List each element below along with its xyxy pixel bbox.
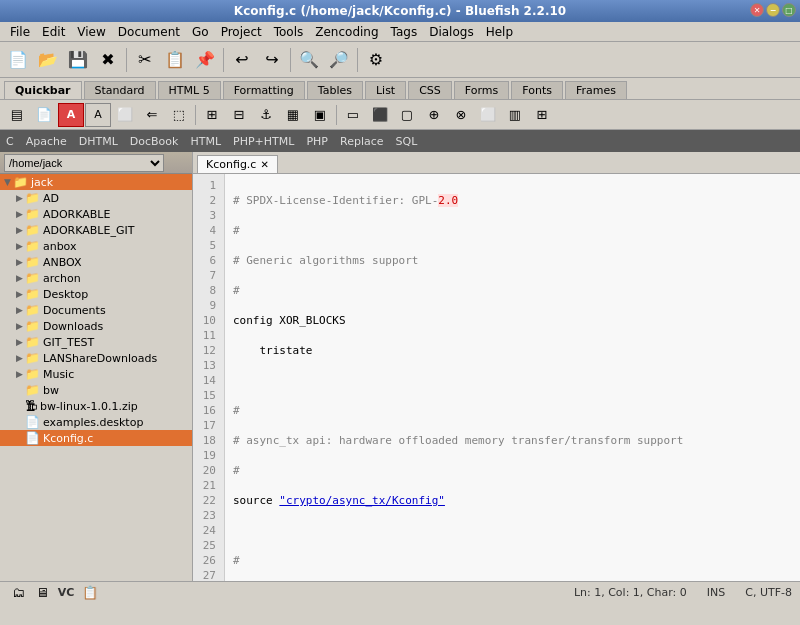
tab-formatting[interactable]: Formatting [223, 81, 305, 99]
tree-item-desktop[interactable]: ▶ 📁 Desktop [0, 286, 192, 302]
code-content[interactable]: # SPDX-License-Identifier: GPL-2.0 # # G… [225, 174, 800, 581]
folder-icon-documents: 📁 [25, 303, 40, 317]
tb2-btn-17[interactable]: ⊗ [448, 103, 474, 127]
status-icon-terminal[interactable]: 🖥 [32, 584, 52, 602]
tb2-btn-11[interactable]: ▦ [280, 103, 306, 127]
tab-html5[interactable]: HTML 5 [158, 81, 221, 99]
ln-8: 8 [193, 283, 220, 298]
menu-zencoding[interactable]: Zencoding [309, 23, 384, 41]
tree-item-adorkable-git[interactable]: ▶ 📁 ADORKABLE_GIT [0, 222, 192, 238]
status-encoding: C, UTF-8 [745, 586, 792, 599]
tab-standard[interactable]: Standard [84, 81, 156, 99]
tree-item-anbox-upper[interactable]: ▶ 📁 ANBOX [0, 254, 192, 270]
menu-go[interactable]: Go [186, 23, 215, 41]
tab-frames[interactable]: Frames [565, 81, 627, 99]
ctag-sql[interactable]: SQL [396, 135, 418, 148]
tb2-btn-18[interactable]: ⬜ [475, 103, 501, 127]
maximize-button[interactable]: □ [782, 3, 796, 17]
tb2-btn-6[interactable]: ⇐ [139, 103, 165, 127]
tree-item-archon[interactable]: ▶ 📁 archon [0, 270, 192, 286]
copy-button[interactable]: 📋 [161, 46, 189, 74]
code-tab-kconfig[interactable]: Kconfig.c ✕ [197, 155, 278, 173]
window-controls[interactable]: ✕ − □ [750, 3, 796, 17]
ctag-docbook[interactable]: DocBook [130, 135, 179, 148]
new-file-button[interactable]: 📄 [4, 46, 32, 74]
tree-item-documents[interactable]: ▶ 📁 Documents [0, 302, 192, 318]
tab-tables[interactable]: Tables [307, 81, 363, 99]
menu-document[interactable]: Document [112, 23, 186, 41]
tb2-btn-13[interactable]: ▭ [340, 103, 366, 127]
find-button[interactable]: 🔍 [295, 46, 323, 74]
tab-css[interactable]: CSS [408, 81, 452, 99]
code-tab-close[interactable]: ✕ [260, 159, 268, 170]
tb2-btn-12[interactable]: ▣ [307, 103, 333, 127]
tree-item-kconfig[interactable]: ▶ 📄 Kconfig.c [0, 430, 192, 446]
ctag-html[interactable]: HTML [190, 135, 221, 148]
tab-forms[interactable]: Forms [454, 81, 509, 99]
code-editor[interactable]: 1 2 3 4 5 6 7 8 9 10 11 12 13 14 15 16 1… [193, 174, 800, 581]
tb2-btn-4[interactable]: A [85, 103, 111, 127]
tree-item-bw-zip[interactable]: ▶ 🗜 bw-linux-1.0.1.zip [0, 398, 192, 414]
tb2-btn-10[interactable]: ⚓ [253, 103, 279, 127]
menu-tags[interactable]: Tags [385, 23, 424, 41]
menu-dialogs[interactable]: Dialogs [423, 23, 479, 41]
tree-item-examples-desktop[interactable]: ▶ 📄 examples.desktop [0, 414, 192, 430]
ctag-apache[interactable]: Apache [26, 135, 67, 148]
settings-button[interactable]: ⚙ [362, 46, 390, 74]
filetree-path-selector[interactable]: /home/jack [4, 154, 164, 172]
tree-arrow-adorkable: ▶ [16, 209, 23, 219]
undo-button[interactable]: ↩ [228, 46, 256, 74]
tree-item-adorkable[interactable]: ▶ 📁 ADORKABLE [0, 206, 192, 222]
tree-item-lanshare[interactable]: ▶ 📁 LANShareDownloads [0, 350, 192, 366]
ctag-dhtml[interactable]: DHTML [79, 135, 118, 148]
status-icon-filemgr[interactable]: 🗂 [8, 584, 28, 602]
redo-button[interactable]: ↪ [258, 46, 286, 74]
tb2-btn-15[interactable]: ▢ [394, 103, 420, 127]
tree-item-downloads[interactable]: ▶ 📁 Downloads [0, 318, 192, 334]
menu-view[interactable]: View [71, 23, 111, 41]
tb2-btn-14[interactable]: ⬛ [367, 103, 393, 127]
find-replace-button[interactable]: 🔎 [325, 46, 353, 74]
tree-item-git-test[interactable]: ▶ 📁 GIT_TEST [0, 334, 192, 350]
ctag-replace[interactable]: Replace [340, 135, 384, 148]
status-icon-bookmark[interactable]: VC [56, 584, 76, 602]
tab-fonts[interactable]: Fonts [511, 81, 563, 99]
tb2-btn-19[interactable]: ▥ [502, 103, 528, 127]
ln-11: 11 [193, 328, 220, 343]
ln-5: 5 [193, 238, 220, 253]
tree-item-music[interactable]: ▶ 📁 Music [0, 366, 192, 382]
tree-item-ad[interactable]: ▶ 📁 AD [0, 190, 192, 206]
minimize-button[interactable]: − [766, 3, 780, 17]
tab-list[interactable]: List [365, 81, 406, 99]
tree-item-jack[interactable]: ▼ 📁 jack [0, 174, 192, 190]
tb2-btn-9[interactable]: ⊟ [226, 103, 252, 127]
folder-icon-downloads: 📁 [25, 319, 40, 333]
tb2-btn-7[interactable]: ⬚ [166, 103, 192, 127]
tb2-btn-3[interactable]: A [58, 103, 84, 127]
open-file-button[interactable]: 📂 [34, 46, 62, 74]
ctag-phphtml[interactable]: PHP+HTML [233, 135, 294, 148]
ctag-php[interactable]: PHP [306, 135, 328, 148]
menu-edit[interactable]: Edit [36, 23, 71, 41]
paste-button[interactable]: 📌 [191, 46, 219, 74]
tb2-btn-1[interactable]: ▤ [4, 103, 30, 127]
cut-button[interactable]: ✂ [131, 46, 159, 74]
tb2-btn-5[interactable]: ⬜ [112, 103, 138, 127]
tree-item-bw[interactable]: ▶ 📁 bw [0, 382, 192, 398]
code-line-11: source "crypto/async_tx/Kconfig" [233, 493, 792, 508]
tab-quickbar[interactable]: Quickbar [4, 81, 82, 99]
menu-project[interactable]: Project [215, 23, 268, 41]
close-file-button[interactable]: ✖ [94, 46, 122, 74]
tb2-btn-2[interactable]: 📄 [31, 103, 57, 127]
ctag-c[interactable]: C [6, 135, 14, 148]
tb2-btn-20[interactable]: ⊞ [529, 103, 555, 127]
close-button[interactable]: ✕ [750, 3, 764, 17]
status-icon-doc[interactable]: 📋 [80, 584, 100, 602]
menu-tools[interactable]: Tools [268, 23, 310, 41]
tb2-btn-8[interactable]: ⊞ [199, 103, 225, 127]
tree-item-anbox[interactable]: ▶ 📁 anbox [0, 238, 192, 254]
save-file-button[interactable]: 💾 [64, 46, 92, 74]
tb2-btn-16[interactable]: ⊕ [421, 103, 447, 127]
menu-help[interactable]: Help [480, 23, 519, 41]
menu-file[interactable]: File [4, 23, 36, 41]
